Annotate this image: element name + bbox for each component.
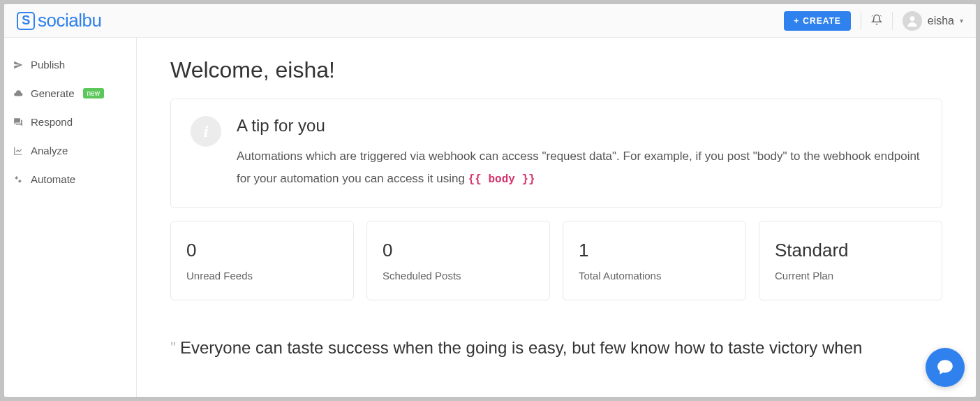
- sidebar-item-respond[interactable]: Respond: [4, 108, 136, 136]
- svg-point-0: [910, 16, 914, 21]
- stat-total-automations[interactable]: 1 Total Automations: [563, 221, 746, 300]
- plus-icon: +: [794, 16, 799, 26]
- page-title: Welcome, eisha!: [170, 57, 942, 83]
- sidebar-item-label: Automate: [31, 173, 75, 185]
- chevron-down-icon: ▾: [960, 17, 963, 24]
- create-button[interactable]: + CREATE: [784, 11, 850, 31]
- new-badge: new: [83, 88, 104, 99]
- quote-mark-icon: ": [170, 340, 176, 356]
- sidebar-item-label: Respond: [31, 116, 73, 128]
- tip-code: {{ body }}: [468, 173, 535, 186]
- divider: [861, 12, 861, 30]
- brand-name: socialbu: [38, 10, 101, 31]
- svg-point-1: [15, 176, 18, 179]
- chat-fab[interactable]: [926, 348, 965, 387]
- stat-label: Current Plan: [775, 270, 926, 282]
- avatar: [903, 11, 922, 31]
- stats-row: 0 Unread Feeds 0 Scheduled Posts 1 Total…: [170, 221, 942, 300]
- brand-logo[interactable]: S socialbu: [17, 10, 101, 31]
- stat-unread-feeds[interactable]: 0 Unread Feeds: [170, 221, 354, 300]
- stat-value: 0: [383, 240, 534, 261]
- quote-text: Everyone can taste success when the goin…: [180, 338, 862, 357]
- sidebar-item-analyze[interactable]: Analyze: [4, 136, 136, 165]
- tip-text-body: Automations which are triggered via webh…: [237, 150, 920, 185]
- stat-value: Standard: [775, 240, 926, 261]
- chat-icon: [936, 358, 954, 377]
- stat-label: Unread Feeds: [186, 270, 338, 282]
- tip-text: Automations which are triggered via webh…: [237, 145, 922, 191]
- divider: [892, 12, 893, 30]
- topbar: S socialbu + CREATE: [4, 4, 976, 38]
- stat-label: Total Automations: [579, 270, 730, 282]
- paper-plane-icon: [13, 59, 24, 71]
- username: eisha: [928, 15, 954, 27]
- sidebar-item-label: Analyze: [31, 145, 68, 156]
- sidebar: Publish Generate new Respond Analyze: [4, 38, 137, 397]
- sidebar-item-label: Publish: [31, 59, 65, 71]
- main-content: Welcome, eisha! i A tip for you Automati…: [137, 38, 976, 397]
- notifications-icon[interactable]: [871, 14, 882, 28]
- comments-icon: [13, 117, 24, 128]
- logo-icon: S: [17, 12, 35, 30]
- svg-point-2: [19, 180, 21, 182]
- tip-title: A tip for you: [237, 116, 922, 136]
- stat-current-plan[interactable]: Standard Current Plan: [759, 221, 942, 300]
- cloud-icon: [13, 88, 24, 99]
- stat-value: 1: [579, 240, 730, 261]
- gears-icon: [13, 174, 24, 185]
- sidebar-item-generate[interactable]: Generate new: [4, 79, 136, 108]
- stat-label: Scheduled Posts: [383, 270, 534, 282]
- tip-card: i A tip for you Automations which are tr…: [170, 99, 942, 208]
- sidebar-item-publish[interactable]: Publish: [4, 50, 136, 79]
- quote-section: " Everyone can taste success when the go…: [170, 335, 942, 360]
- info-icon: i: [191, 116, 221, 147]
- stat-scheduled-posts[interactable]: 0 Scheduled Posts: [366, 221, 550, 300]
- sidebar-item-automate[interactable]: Automate: [4, 165, 136, 194]
- user-menu[interactable]: eisha ▾: [903, 11, 963, 31]
- create-button-label: CREATE: [803, 16, 840, 26]
- stat-value: 0: [186, 240, 338, 261]
- sidebar-item-label: Generate: [31, 87, 75, 99]
- chart-icon: [13, 145, 24, 156]
